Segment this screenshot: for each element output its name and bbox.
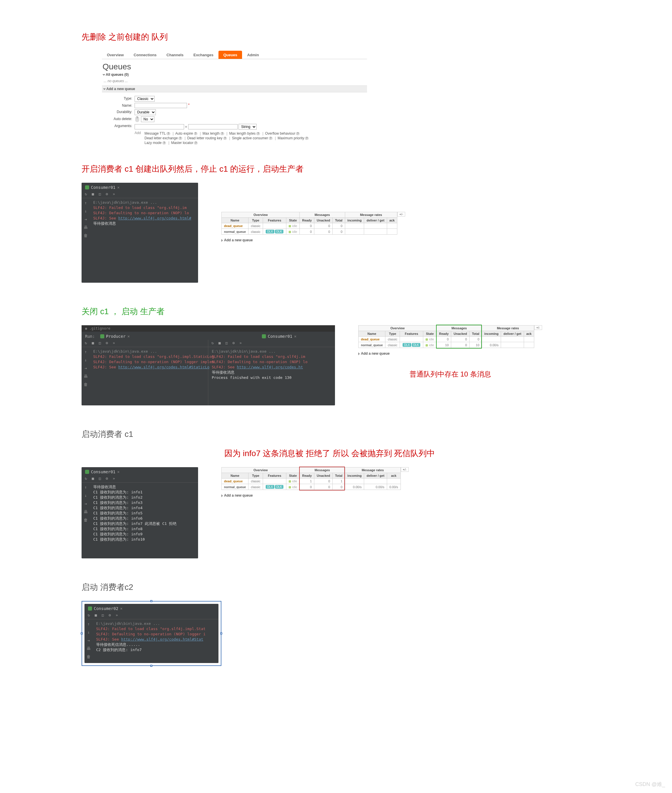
layout-icon[interactable]: ◫	[101, 613, 105, 617]
stop-icon[interactable]: ■	[91, 476, 95, 481]
gutter-up-icon[interactable]: ↑	[83, 200, 88, 205]
col-header[interactable]: Features	[400, 331, 423, 336]
gutter-up-icon[interactable]: ↑	[86, 622, 91, 626]
rerun-icon[interactable]: ↻	[211, 341, 215, 345]
stop-icon[interactable]: ■	[91, 341, 95, 345]
gutter-down-icon[interactable]: ↓	[83, 493, 88, 498]
table-row[interactable]: dead_queueclassicidle000	[222, 223, 397, 229]
settings-icon[interactable]: ⚙	[232, 341, 236, 345]
close-icon[interactable]: ×	[294, 334, 296, 339]
close-icon[interactable]: ×	[117, 185, 119, 190]
col-header[interactable]: deliver / get	[501, 331, 524, 336]
table-row[interactable]: normal_queueclassicDLXDLKidle0000.00/s0.…	[222, 484, 401, 490]
layout-icon[interactable]: ◫	[98, 476, 102, 481]
help-icon[interactable]: ?	[194, 141, 198, 144]
col-header[interactable]: ack	[524, 331, 534, 336]
col-header[interactable]: State	[423, 331, 437, 336]
col-header[interactable]: Features	[263, 218, 286, 223]
col-header[interactable]: incoming	[482, 331, 501, 336]
arg-type-select[interactable]: String	[238, 124, 257, 130]
rmq-tab-exchanges[interactable]: Exchanges	[189, 51, 218, 59]
help-icon[interactable]: ?	[135, 116, 139, 122]
gutter-down-icon[interactable]: ↓	[86, 630, 91, 634]
help-icon[interactable]: ?	[296, 132, 300, 135]
table-toggle[interactable]: +/-	[401, 467, 409, 472]
col-header[interactable]: State	[286, 473, 300, 479]
help-icon[interactable]: ?	[178, 137, 182, 140]
rmq-tab-connections[interactable]: Connections	[129, 51, 162, 59]
gutter-print-icon[interactable]: 🖶	[83, 225, 88, 230]
gutter-trash-icon[interactable]: 🗑	[83, 517, 88, 522]
gutter-print-icon[interactable]: 🖶	[83, 509, 88, 514]
gutter-trash-icon[interactable]: 🗑	[83, 382, 88, 387]
table-row[interactable]: normal_queueclassicDLXDLKidle000	[222, 229, 397, 235]
arg-shortcut[interactable]: Master locator	[171, 141, 193, 145]
col-header[interactable]: Features	[263, 473, 286, 479]
col-header[interactable]: Name	[222, 218, 248, 223]
col-header[interactable]: Total	[470, 331, 482, 336]
layout-icon[interactable]: ◫	[225, 341, 229, 345]
col-header[interactable]: ack	[387, 218, 397, 223]
gutter-wrap-icon[interactable]: ⇥	[83, 217, 88, 221]
settings-icon[interactable]: ⚙	[105, 476, 109, 481]
arg-value-input[interactable]	[188, 124, 238, 130]
stop-icon[interactable]: ■	[91, 192, 95, 196]
layout-icon[interactable]: ◫	[98, 192, 102, 196]
col-header[interactable]: Name	[222, 473, 248, 479]
col-header[interactable]: Name	[358, 331, 386, 336]
consumer01-tab[interactable]: Consumer01 ×	[262, 334, 296, 339]
stop-icon[interactable]: ■	[94, 613, 98, 617]
help-icon[interactable]: ?	[166, 132, 170, 135]
arg-shortcut[interactable]: Overflow behaviour	[265, 131, 295, 136]
add-new-queue-toggle[interactable]: Add a new queue	[221, 238, 405, 242]
rerun-icon[interactable]: ↻	[84, 476, 88, 481]
col-header[interactable]: incoming	[345, 473, 364, 479]
close-icon[interactable]: ×	[117, 469, 119, 474]
close-icon[interactable]: ×	[120, 606, 122, 611]
run-tab[interactable]: Consumer01 ×	[85, 469, 120, 474]
type-select[interactable]: Classic	[134, 96, 155, 102]
help-icon[interactable]: ?	[194, 132, 198, 135]
col-header[interactable]: incoming	[345, 218, 364, 223]
arg-shortcut[interactable]: Lazy mode	[144, 141, 162, 145]
rerun-icon[interactable]: ↻	[87, 613, 91, 617]
add-new-queue-toggle[interactable]: Add a new queue	[358, 351, 542, 356]
more-icon[interactable]: »	[112, 192, 116, 196]
col-header[interactable]: Ready	[300, 218, 314, 223]
col-header[interactable]: Unacked	[314, 473, 333, 479]
gutter-trash-icon[interactable]: 🗑	[86, 654, 91, 659]
gutter-trash-icon[interactable]: 🗑	[83, 233, 88, 238]
table-row[interactable]: dead_queueclassicidle101	[222, 479, 401, 484]
gutter-down-icon[interactable]: ↓	[83, 357, 88, 362]
add-new-queue-toggle[interactable]: Add a new queue	[221, 493, 409, 498]
rmq-tab-overview[interactable]: Overview	[102, 51, 129, 59]
col-header[interactable]: Type	[248, 218, 263, 223]
help-icon[interactable]: ?	[269, 137, 273, 140]
rerun-icon[interactable]: ↻	[84, 192, 88, 196]
more-icon[interactable]: »	[238, 341, 243, 345]
gutter-down-icon[interactable]: ↓	[83, 209, 88, 213]
settings-icon[interactable]: ⚙	[108, 613, 112, 617]
durability-select[interactable]: Durable	[134, 109, 156, 115]
col-header[interactable]: Total	[333, 473, 345, 479]
col-header[interactable]: State	[286, 218, 300, 223]
producer-tab[interactable]: Producer ×	[100, 334, 130, 339]
col-header[interactable]: deliver / get	[364, 473, 387, 479]
help-icon[interactable]: ?	[256, 132, 260, 135]
gutter-up-icon[interactable]: ↑	[83, 349, 88, 354]
table-toggle[interactable]: +/-	[534, 325, 542, 330]
gitignore-tab[interactable]: ◉ .gitignore	[82, 325, 335, 332]
settings-icon[interactable]: ⚙	[105, 192, 109, 196]
col-header[interactable]: Type	[248, 473, 263, 479]
settings-icon[interactable]: ⚙	[105, 341, 109, 345]
arg-shortcut[interactable]: Dead letter routing key	[187, 136, 222, 140]
gutter-print-icon[interactable]: 🖶	[86, 646, 91, 651]
more-icon[interactable]: »	[112, 341, 116, 345]
more-icon[interactable]: »	[112, 476, 116, 481]
stop-icon[interactable]: ■	[218, 341, 222, 345]
run-tab[interactable]: Consumer02 ×	[88, 606, 123, 611]
col-header[interactable]: deliver / get	[364, 218, 387, 223]
rmq-tab-admin[interactable]: Admin	[242, 51, 264, 59]
table-toggle[interactable]: +/-	[397, 212, 405, 216]
table-row[interactable]: normal_queueclassicDLXDLKidle100100.00/s	[358, 342, 534, 348]
